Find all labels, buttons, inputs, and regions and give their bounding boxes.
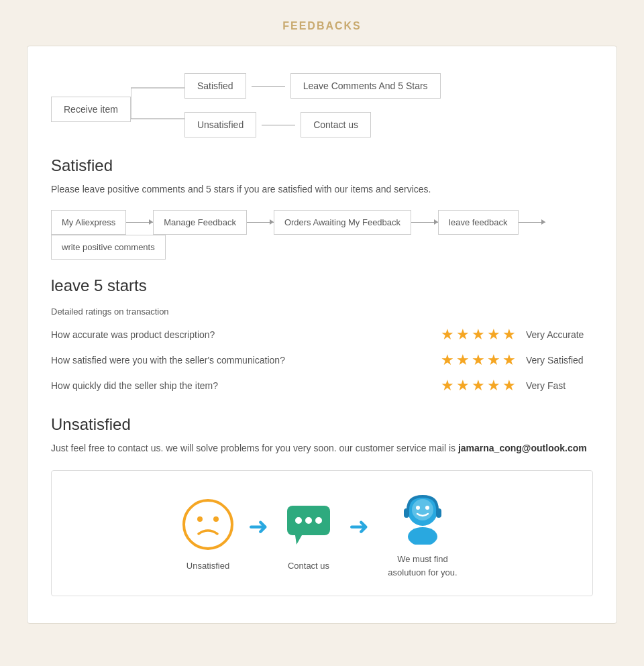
svg-point-8: [305, 517, 312, 524]
satisfied-description: Please leave positive comments and 5 sta…: [51, 182, 593, 197]
leave-stars-title: leave 5 starts: [51, 276, 593, 295]
star-1-4: ★: [487, 326, 500, 343]
svg-point-13: [416, 506, 420, 510]
nav-step-4: leave feedback: [438, 210, 518, 235]
unsatisfied-section: Unsatisfied Just feel free to contact us…: [51, 415, 593, 457]
page-title: FEEDBACKS: [0, 20, 644, 32]
svg-point-4: [197, 516, 203, 522]
sad-face-icon: [181, 498, 235, 551]
contact-us-flow-box: Contact us: [301, 112, 371, 137]
svg-marker-10: [295, 535, 302, 545]
contact-us-icon-item: Contact us: [282, 498, 335, 573]
agent-icon-label: We must find asolutuon for you.: [382, 553, 463, 579]
agent-icon: [396, 491, 449, 545]
star-3-3: ★: [472, 377, 485, 394]
nav-arrow-3: [411, 222, 438, 223]
unsatisfied-icon-item: Unsatisfied: [181, 498, 235, 573]
main-card: Receive item Satisfied Leave Comments An…: [27, 46, 617, 624]
rating-question-3: How quickly did the seller ship the item…: [51, 380, 431, 391]
rating-row-1: How accurate was product description? ★ …: [51, 322, 593, 347]
receive-item-box: Receive item: [51, 97, 131, 122]
star-1-5: ★: [502, 326, 516, 343]
svg-point-3: [184, 500, 232, 549]
satisfied-section: Satisfied Please leave positive comments…: [51, 156, 593, 197]
svg-rect-15: [404, 508, 409, 518]
stars-group-1: ★ ★ ★ ★ ★: [441, 326, 516, 343]
svg-point-14: [425, 506, 429, 510]
rating-label-1: Very Accurate: [526, 329, 593, 340]
unsatisfied-email: jamarna_cong@outlook.com: [458, 443, 587, 453]
svg-point-7: [295, 517, 302, 524]
leave-stars-section: leave 5 starts Detailed ratings on trans…: [51, 276, 593, 398]
flow-diagram: Receive item Satisfied Leave Comments An…: [51, 66, 593, 144]
nav-steps: My Aliexpress Manage Feedback Orders Awa…: [51, 210, 593, 260]
star-2-1: ★: [441, 351, 454, 369]
nav-step-2: Manage Feedback: [153, 210, 247, 235]
svg-point-17: [408, 527, 437, 545]
rating-row-3: How quickly did the seller ship the item…: [51, 373, 593, 398]
nav-step-3: Orders Awaiting My Feedback: [274, 210, 411, 235]
star-2-2: ★: [456, 351, 470, 369]
page-header: FEEDBACKS: [0, 0, 644, 46]
leave-comments-box: Leave Comments And 5 Stars: [290, 73, 441, 99]
rating-label-3: Very Fast: [526, 380, 593, 391]
rating-question-1: How accurate was product description?: [51, 329, 431, 340]
rating-label-2: Very Satisfied: [526, 355, 593, 366]
agent-icon-item: We must find asolutuon for you.: [382, 491, 463, 579]
contact-us-icon-label: Contact us: [288, 559, 329, 573]
nav-arrow-2: [247, 222, 274, 223]
unsatisfied-title: Unsatisfied: [51, 415, 593, 434]
nav-arrow-4: [519, 222, 545, 223]
unsatisfied-description: Just feel free to contact us. we will so…: [51, 441, 593, 457]
star-3-5: ★: [502, 377, 516, 394]
star-1-2: ★: [456, 326, 470, 343]
nav-arrow-1: [126, 222, 153, 223]
ratings-header: Detailed ratings on transaction: [51, 303, 593, 322]
star-3-4: ★: [487, 377, 500, 394]
stars-group-2: ★ ★ ★ ★ ★: [441, 351, 516, 369]
chat-bubble-icon: [282, 498, 335, 551]
satisfied-box: Satisfied: [184, 73, 246, 99]
stars-group-3: ★ ★ ★ ★ ★: [441, 377, 516, 394]
arrow-2: ➜: [349, 512, 369, 541]
rating-question-2: How satisfied were you with the seller's…: [51, 355, 431, 366]
rating-row-2: How satisfied were you with the seller's…: [51, 347, 593, 373]
star-3-2: ★: [456, 377, 470, 394]
svg-point-12: [412, 499, 433, 520]
star-1-1: ★: [441, 326, 454, 343]
star-2-5: ★: [502, 351, 516, 369]
bottom-icons-box: Unsatisfied ➜ Contact us ➜: [51, 470, 593, 596]
satisfied-title: Satisfied: [51, 156, 593, 175]
svg-point-5: [213, 516, 219, 522]
star-1-3: ★: [472, 326, 485, 343]
unsatisfied-desc-text: Just feel free to contact us. we will so…: [51, 443, 455, 453]
star-2-3: ★: [472, 351, 485, 369]
svg-rect-16: [436, 508, 441, 518]
arrow-1: ➜: [248, 512, 268, 541]
star-3-1: ★: [441, 377, 454, 394]
svg-point-9: [315, 517, 322, 524]
nav-step-1: My Aliexpress: [51, 210, 126, 235]
nav-step-5: write positive comments: [51, 235, 166, 260]
star-2-4: ★: [487, 351, 500, 369]
unsatisfied-box: Unsatisfied: [184, 112, 256, 137]
unsatisfied-icon-label: Unsatisfied: [186, 559, 229, 573]
